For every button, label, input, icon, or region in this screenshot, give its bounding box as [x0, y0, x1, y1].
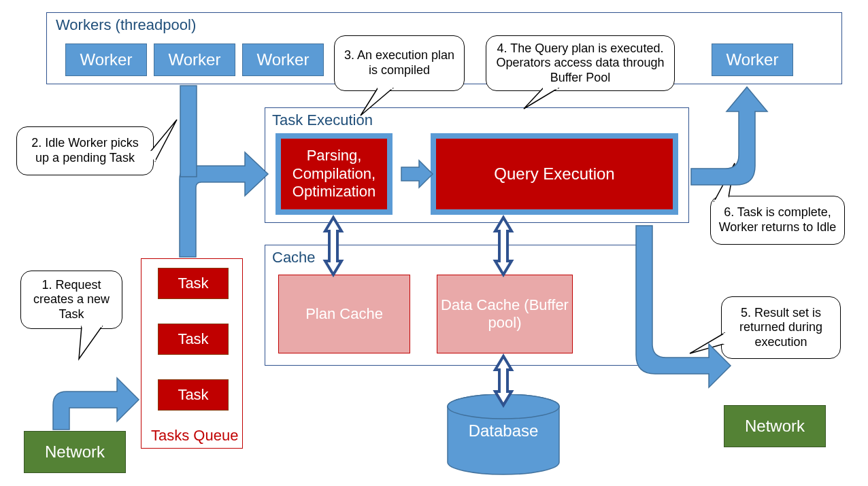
svg-point-0	[448, 394, 559, 419]
network-left: Network	[24, 431, 126, 473]
svg-marker-5	[524, 88, 558, 109]
worker-1: Worker	[65, 44, 147, 76]
svg-marker-2	[79, 326, 102, 359]
svg-marker-3	[151, 120, 177, 161]
task-1: Task	[158, 268, 229, 299]
callout-1: 1. Request creates a new Task	[20, 271, 122, 329]
task-2: Task	[158, 324, 229, 355]
parsing-box: Parsing, Compilation, Optimization	[276, 133, 393, 215]
data-cache-box: Data Cache (Buffer pool)	[437, 275, 573, 353]
tasks-queue-title: Tasks Queue	[151, 427, 238, 445]
worker-2: Worker	[154, 44, 235, 76]
arrow-network-to-queue	[53, 378, 139, 430]
cache-title: Cache	[272, 249, 316, 266]
query-exec-box: Query Execution	[431, 133, 678, 215]
svg-marker-6	[690, 333, 724, 353]
arrow-queue-to-taskexec	[180, 152, 268, 257]
callout-3: 3. An execution plan is compiled	[334, 35, 465, 91]
database-label: Database	[449, 417, 558, 445]
arrow-result-to-network	[636, 226, 731, 387]
arrow-worker-down-merge	[180, 86, 197, 177]
network-right: Network	[724, 405, 826, 447]
plan-cache-box: Plan Cache	[278, 275, 410, 353]
workers-title: Workers (threadpool)	[56, 16, 196, 34]
callout-4: 4. The Query plan is executed. Operators…	[486, 35, 675, 91]
callout-6: 6. Task is complete, Worker returns to I…	[710, 196, 845, 245]
arrow-return-to-idle	[691, 87, 767, 185]
task-exec-title: Task Execution	[272, 111, 373, 129]
svg-point-1	[448, 394, 559, 419]
callout-5: 5. Result set is returned during executi…	[721, 296, 841, 359]
worker-3: Worker	[242, 44, 324, 76]
callout-2: 2. Idle Worker picks up a pending Task	[16, 126, 154, 175]
task-3: Task	[158, 379, 229, 411]
worker-4: Worker	[712, 44, 793, 76]
